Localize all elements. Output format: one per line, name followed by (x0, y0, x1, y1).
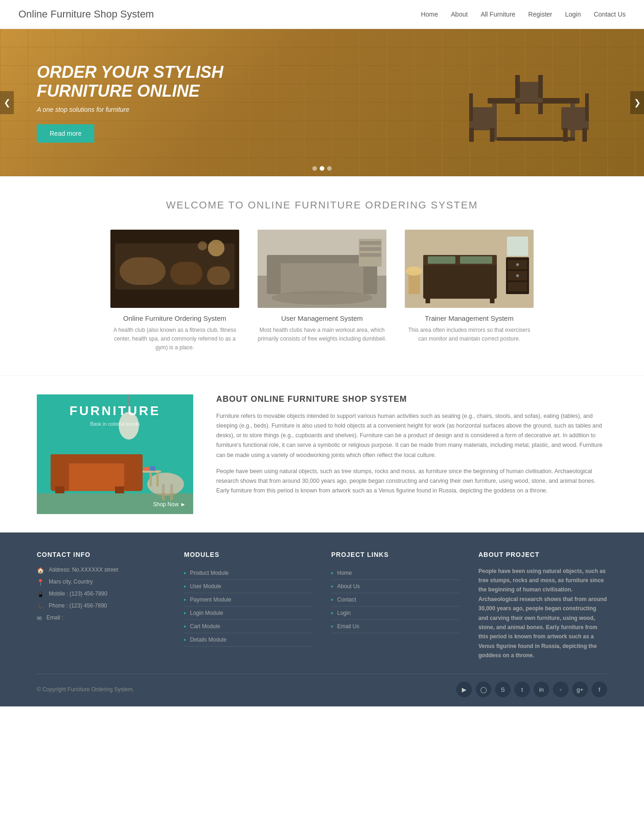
footer-module-1[interactable]: ▸ User Module (184, 580, 313, 593)
nav-contact-us[interactable]: Contact Us (594, 11, 626, 18)
email-icon: ✉ (37, 615, 42, 622)
footer-about-title: ABOUT PROJECT (478, 551, 607, 558)
svg-rect-6 (469, 128, 474, 142)
svg-rect-8 (561, 107, 589, 130)
social-twitter-icon[interactable]: t (514, 682, 530, 697)
footer-bottom: © Copyright Furniture Ordering System. ▶… (37, 674, 607, 697)
footer-module-5[interactable]: ▸ Details Module (184, 633, 313, 647)
about-img-title: FURNITURE (37, 404, 193, 418)
svg-rect-45 (508, 282, 527, 291)
nav-about[interactable]: About (451, 11, 468, 18)
nav-login[interactable]: Login (565, 11, 581, 18)
about-section: FURNITURE Bask in colorful trends Shop N… (0, 376, 644, 532)
about-text-column: ABOUT ONLINE FURNITURE SHOP SYSTEM Furni… (216, 394, 607, 503)
nav-register[interactable]: Register (528, 11, 552, 18)
about-heading: ABOUT ONLINE FURNITURE SHOP SYSTEM (216, 394, 607, 404)
chevron-icon: ▸ (331, 624, 334, 629)
footer: CONTACT INFO 🏠 Address: No.XXXXXX street… (0, 532, 644, 707)
hero-title: ORDER YOUR STYLISH FURNITURE ONLINE (37, 63, 285, 101)
welcome-title: WELCOME TO ONLINE FURNITURE ORDERING SYS… (37, 199, 607, 211)
footer-contact-title: CONTACT INFO (37, 551, 166, 558)
hero-cta-button[interactable]: Read more (37, 124, 94, 143)
footer-contact-email: ✉ Email : (37, 614, 166, 622)
svg-rect-13 (515, 75, 520, 98)
shop-now-link[interactable]: Shop Now ► (153, 501, 186, 508)
brand-name: Online Furniture Shop System (18, 8, 154, 20)
social-skype-icon[interactable]: S (495, 682, 511, 697)
svg-rect-15 (515, 103, 520, 114)
svg-rect-57 (51, 454, 143, 463)
social-linkedin-icon[interactable]: in (534, 682, 549, 697)
social-googleplus-icon[interactable]: g+ (572, 682, 588, 697)
about-para-1: People have been using natural objects, … (216, 467, 607, 496)
social-github-icon[interactable]: ◯ (476, 682, 491, 697)
social-facebook-icon[interactable]: f (592, 682, 607, 697)
svg-rect-40 (426, 296, 430, 303)
about-img-subtitle: Bask in colorful trends (37, 421, 193, 427)
feature-image-1 (258, 230, 386, 308)
footer-module-2[interactable]: ▸ Payment Module (184, 593, 313, 607)
footer-about-col: ABOUT PROJECT People have been using nat… (478, 551, 607, 660)
svg-rect-65 (156, 473, 159, 486)
hero-dot-2[interactable] (320, 166, 324, 171)
footer-project-link-2[interactable]: ▸ Contact (331, 593, 460, 607)
svg-rect-10 (563, 128, 568, 142)
footer-project-link-4[interactable]: ▸ Email Us (331, 620, 460, 633)
footer-modules-col: MODULES ▸ Product Module ▸ User Module ▸… (184, 551, 313, 660)
chevron-icon: ▸ (184, 624, 186, 629)
footer-module-0[interactable]: ▸ Product Module (184, 567, 313, 580)
svg-rect-32 (360, 241, 381, 245)
svg-rect-66 (144, 467, 150, 471)
hero-dot-1[interactable] (312, 166, 317, 171)
svg-rect-41 (490, 296, 494, 303)
svg-rect-4 (469, 107, 497, 130)
footer-project-link-0[interactable]: ▸ Home (331, 567, 460, 580)
footer-contact-address: 🏠 Address: No.XXXXXX street (37, 567, 166, 574)
feature-card-1: User Management System Most health clubs… (258, 230, 386, 353)
chevron-icon: ▸ (184, 610, 186, 615)
nav-links: Home About All Furniture Register Login … (421, 10, 626, 18)
hero-content: ORDER YOUR STYLISH FURNITURE ONLINE A on… (0, 44, 322, 162)
footer-project-link-1[interactable]: ▸ About Us (331, 580, 460, 593)
svg-rect-5 (469, 93, 473, 121)
svg-rect-14 (538, 75, 543, 98)
svg-rect-36 (423, 262, 497, 299)
footer-contact-phone: 📞 Phone : (123) 456-7890 (37, 602, 166, 610)
welcome-section: WELCOME TO ONLINE FURNITURE ORDERING SYS… (0, 176, 644, 376)
nav-home[interactable]: Home (421, 11, 438, 18)
feature-title-0: Online Furniture Ordering System (110, 314, 239, 322)
social-youtube-icon[interactable]: ▶ (456, 682, 472, 697)
footer-modules-title: MODULES (184, 551, 313, 558)
svg-rect-20 (170, 262, 202, 285)
svg-point-30 (271, 291, 373, 305)
chevron-icon: ▸ (184, 597, 186, 602)
copyright-text: © Copyright Furniture Ordering System. (37, 686, 134, 693)
footer-module-4[interactable]: ▸ Cart Module (184, 620, 313, 633)
hero-dots (312, 166, 332, 171)
nav-all-furniture[interactable]: All Furniture (481, 11, 515, 18)
svg-rect-64 (150, 473, 152, 486)
feature-image-0 (110, 230, 239, 308)
feature-desc-2: This area often includes mirrors so that… (405, 326, 534, 343)
chevron-icon: ▸ (331, 597, 334, 602)
svg-rect-39 (460, 256, 492, 264)
footer-project-link-3[interactable]: ▸ Login (331, 607, 460, 620)
about-image-box: FURNITURE Bask in colorful trends Shop N… (37, 394, 193, 514)
about-image-column: FURNITURE Bask in colorful trends Shop N… (37, 394, 193, 514)
footer-grid: CONTACT INFO 🏠 Address: No.XXXXXX street… (37, 551, 607, 660)
svg-rect-11 (582, 128, 587, 142)
hero-next-button[interactable]: ❯ (630, 91, 644, 114)
social-dribbble-icon[interactable]: ◦ (553, 682, 569, 697)
hero-subtitle: A one stop solutions for furniture (37, 106, 285, 113)
hero-dot-3[interactable] (327, 166, 332, 171)
svg-rect-34 (360, 253, 381, 257)
chevron-icon: ▸ (184, 584, 186, 589)
location-icon: 📍 (37, 579, 44, 586)
footer-module-3[interactable]: ▸ Login Module (184, 607, 313, 620)
feature-desc-1: Most health clubs have a main workout ar… (258, 326, 386, 343)
footer-projects-col: PROJECT LINKS ▸ Home ▸ About Us ▸ Contac… (331, 551, 460, 660)
about-para-0: Furniture refers to movable objects inte… (216, 411, 607, 460)
svg-rect-7 (490, 128, 494, 142)
hero-prev-button[interactable]: ❮ (0, 91, 14, 114)
feature-grid: Online Furniture Ordering System A healt… (37, 230, 607, 353)
